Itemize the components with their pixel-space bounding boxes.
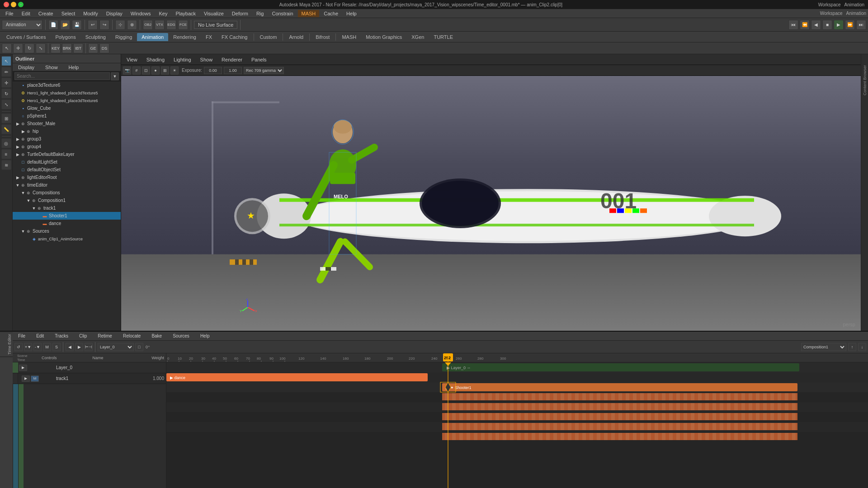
outliner-display-menu[interactable]: Display bbox=[14, 64, 38, 71]
select-btn[interactable]: ⊹ bbox=[115, 20, 125, 30]
menu-rig[interactable]: Rig bbox=[253, 10, 268, 17]
tab-rigging[interactable]: Rigging bbox=[111, 33, 137, 41]
vp-view-menu[interactable]: View bbox=[123, 56, 141, 63]
tab-arnold[interactable]: Arnold bbox=[284, 33, 308, 41]
vp-show-menu[interactable]: Show bbox=[197, 56, 217, 63]
te-solo-btn[interactable]: S bbox=[52, 343, 61, 351]
exposure-input[interactable] bbox=[204, 67, 222, 74]
outliner-help-menu[interactable]: Help bbox=[65, 64, 83, 71]
stop-btn[interactable]: ■ bbox=[822, 20, 832, 30]
attr-tool[interactable]: ≡ bbox=[1, 149, 11, 159]
tree-group3[interactable]: ▶ ⊕ group3 bbox=[13, 135, 121, 143]
tree-hero1-light2[interactable]: ⚙ Hero1_light_shadeed_place3dTexture6 bbox=[13, 97, 121, 104]
inbetween-btn[interactable]: IBT bbox=[73, 43, 83, 53]
tree-default-lightset[interactable]: □ defaultLightSet bbox=[13, 158, 121, 166]
content-browser-tab[interactable]: Content Browser bbox=[863, 65, 867, 95]
breakdown-btn[interactable]: BRK bbox=[62, 43, 72, 53]
te-layer-btn[interactable]: □ bbox=[135, 343, 143, 351]
play-fwd-btn[interactable]: ▶ bbox=[834, 20, 844, 30]
menu-select[interactable]: Select bbox=[58, 10, 79, 17]
redo-btn[interactable]: ↪ bbox=[99, 20, 109, 30]
track-track1[interactable]: ▶ M track1 1.000 bbox=[13, 373, 166, 384]
te-move-left-btn[interactable]: ◀ bbox=[66, 343, 74, 351]
play-controls[interactable]: ⏮ bbox=[788, 20, 798, 30]
scale-tool[interactable]: ⤡ bbox=[36, 43, 46, 53]
scale-tool-left[interactable]: ⤡ bbox=[1, 99, 11, 109]
vp-texture-btn[interactable]: ⊞ bbox=[161, 66, 169, 75]
menu-create[interactable]: Create bbox=[35, 10, 57, 17]
step-back-btn[interactable]: ⏪ bbox=[800, 20, 810, 30]
tab-rendering[interactable]: Rendering bbox=[169, 33, 201, 41]
tree-hip[interactable]: ▶ ⊕ hip bbox=[13, 127, 121, 135]
te-bake-menu[interactable]: Bake bbox=[148, 333, 165, 339]
vert-mode-btn[interactable]: VTX bbox=[155, 20, 165, 30]
render-tool[interactable]: ◎ bbox=[1, 138, 11, 148]
edge-mode-btn[interactable]: EDG bbox=[166, 20, 176, 30]
te-edit-menu[interactable]: Edit bbox=[33, 333, 47, 339]
tab-mash[interactable]: MASH bbox=[337, 33, 361, 41]
te-mute-btn[interactable]: M bbox=[43, 343, 51, 351]
tree-place3dtexture6[interactable]: ▪ place3dTexture6 bbox=[13, 81, 121, 89]
layer-dropdown[interactable]: Layer_0 bbox=[98, 343, 134, 351]
te-tracks-menu[interactable]: Tracks bbox=[51, 333, 72, 339]
te-refresh-btn[interactable]: ↺ bbox=[14, 343, 23, 351]
tab-animation[interactable]: Animation bbox=[137, 33, 168, 41]
tab-bifrost[interactable]: Bifrost bbox=[311, 33, 334, 41]
close-button[interactable]: × bbox=[4, 2, 9, 7]
play-back-btn[interactable]: ◀ bbox=[811, 20, 821, 30]
te-move-right-btn[interactable]: ▶ bbox=[75, 343, 83, 351]
tree-animsource[interactable]: ◈ anim_Clip1_AnimSource bbox=[13, 235, 121, 243]
menu-constrain[interactable]: Constrain bbox=[268, 10, 297, 17]
tree-hero1-light1[interactable]: ⚙ Hero1_light_shadeed_place3dTexture5 bbox=[13, 89, 121, 97]
tree-psphere1[interactable]: ○ pSphere1 bbox=[13, 112, 121, 120]
outliner-show-menu[interactable]: Show bbox=[42, 64, 61, 71]
vp-cam-btn[interactable]: 📷 bbox=[123, 66, 131, 75]
paint-tool-left[interactable]: ✏ bbox=[1, 67, 11, 77]
vp-lighting-menu[interactable]: Lighting bbox=[170, 56, 195, 63]
vp-grid-btn[interactable]: # bbox=[132, 66, 141, 75]
track-layer0[interactable]: ▶ Layer_0 bbox=[13, 362, 166, 373]
minimize-button[interactable]: − bbox=[11, 2, 16, 7]
viewport-canvas[interactable]: 001 bbox=[121, 76, 861, 331]
move-tool[interactable]: ✛ bbox=[13, 43, 23, 53]
tree-group4[interactable]: ▶ ⊕ group4 bbox=[13, 143, 121, 150]
clips-area[interactable]: ▶ Layer_0 ↔ ▶ dance ▶ ✦ Shooter1 bbox=[166, 362, 868, 488]
tree-sources[interactable]: ▼ ⊕ Sources bbox=[13, 227, 121, 235]
composition-dropdown[interactable]: Composition1 bbox=[801, 343, 846, 351]
save-file-btn[interactable]: 💾 bbox=[72, 20, 82, 30]
color-profile-dropdown[interactable]: Rec 709 gamma bbox=[244, 67, 284, 74]
rotate-tool-left[interactable]: ↻ bbox=[1, 89, 11, 99]
outliner-search-input[interactable] bbox=[14, 72, 110, 80]
tree-lighteditorroot[interactable]: ▶ ⊕ lightEditorRoot bbox=[13, 174, 121, 181]
tab-custom[interactable]: Custom bbox=[255, 33, 282, 41]
te-relocate-menu[interactable]: Relocate bbox=[119, 333, 144, 339]
timeline-tracks[interactable]: 0 10 20 30 40 50 60 bbox=[166, 353, 868, 488]
menu-file[interactable]: File bbox=[2, 10, 17, 17]
open-file-btn[interactable]: 📂 bbox=[60, 20, 70, 30]
te-clip-menu[interactable]: Clip bbox=[75, 333, 90, 339]
new-file-btn[interactable]: 📄 bbox=[48, 20, 58, 30]
tree-shooter1[interactable]: ▬ Shooter1 bbox=[13, 212, 121, 220]
tree-shooter-male[interactable]: ▶ ⊕ Shooter_Male bbox=[13, 120, 121, 127]
te-file-menu[interactable]: File bbox=[14, 333, 29, 339]
menu-visualize[interactable]: Visualize bbox=[200, 10, 227, 17]
layer0-vis-btn[interactable]: ▶ bbox=[19, 365, 27, 371]
tab-polygons[interactable]: Polygons bbox=[51, 33, 80, 41]
channel-tool[interactable]: ≋ bbox=[1, 160, 11, 170]
tab-sculpting[interactable]: Sculpting bbox=[81, 33, 110, 41]
te-import-btn[interactable]: ↓ bbox=[858, 343, 866, 351]
tab-fx[interactable]: FX bbox=[201, 33, 217, 41]
animation-dropdown[interactable]: Animation bbox=[2, 20, 42, 30]
tree-dance[interactable]: ▬ dance bbox=[13, 220, 121, 227]
select-tool[interactable]: ↖ bbox=[2, 43, 12, 53]
undo-btn[interactable]: ↩ bbox=[88, 20, 98, 30]
vp-shading-menu[interactable]: Shading bbox=[143, 56, 168, 63]
menu-key[interactable]: Key bbox=[155, 10, 171, 17]
te-remove-track-btn[interactable]: -▼ bbox=[33, 343, 42, 351]
vp-panels-menu[interactable]: Panels bbox=[248, 56, 270, 63]
tab-xgen[interactable]: XGen bbox=[407, 33, 429, 41]
face-mode-btn[interactable]: FCE bbox=[178, 20, 188, 30]
search-options-btn[interactable]: ▼ bbox=[111, 72, 119, 80]
te-sources-menu[interactable]: Sources bbox=[169, 333, 193, 339]
menu-display[interactable]: Display bbox=[103, 10, 126, 17]
